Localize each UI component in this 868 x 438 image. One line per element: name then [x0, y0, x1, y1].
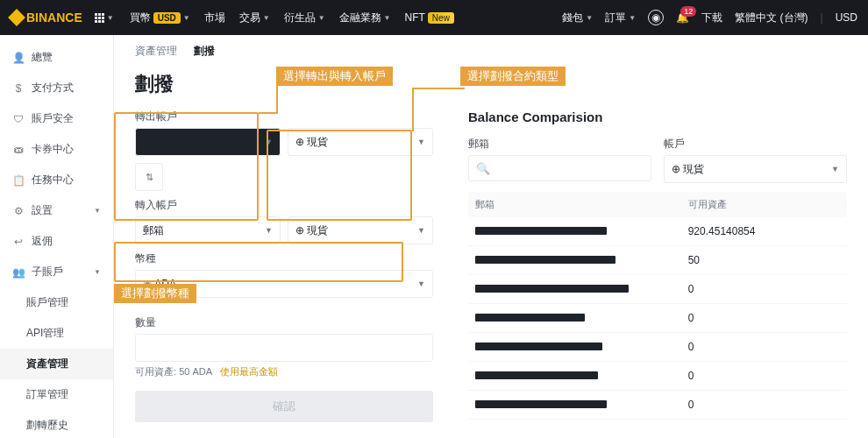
coin-label: 幣種 [135, 251, 433, 266]
content: 資產管理 劃撥 劃撥 轉出帳戶 ▼ ⊕ 現貨▼ ⇅ 轉入帳戶 郵箱▼ ⊕ 現貨▼… [114, 35, 868, 438]
gear-icon: ⚙ [12, 205, 25, 217]
breadcrumb: 資產管理 劃撥 [135, 44, 847, 59]
sidebar-item-settings[interactable]: ⚙設置▼ [0, 195, 113, 226]
sidebar: 👤總覽 $支付方式 🛡賬戶安全 🎟卡券中心 📋任務中心 ⚙設置▼ ↩返佣 👥子賬… [0, 35, 114, 438]
nav-market[interactable]: 市場 [204, 11, 225, 25]
sidebar-item-security[interactable]: 🛡賬戶安全 [0, 103, 113, 134]
account-filter-select[interactable]: ⊕ 現貨▼ [664, 155, 847, 183]
to-account-select[interactable]: 郵箱▼ [135, 216, 281, 244]
filter-email-label: 郵箱 [468, 137, 651, 152]
redacted-email [475, 400, 607, 408]
chevron-down-icon: ▼ [107, 14, 114, 22]
to-label: 轉入帳戶 [135, 198, 433, 213]
table-body: 920.451408545000000 [468, 217, 847, 420]
notifications[interactable]: 🔔 12 [676, 11, 689, 24]
balance-panel: Balance Comparision 郵箱 🔍 帳戶 ⊕ 現貨▼ 郵箱 可用資… [468, 110, 847, 422]
nav-download[interactable]: 下載 [701, 11, 722, 25]
sidebar-item-subaccount[interactable]: 👥子賬戶▼ [0, 257, 113, 287]
th-asset: 可用資產 [688, 198, 840, 211]
nav-right: 錢包▼ 訂單▼ ◉ 🔔 12 下載 繁體中文 (台灣) | USD [562, 10, 857, 25]
table-row: 0 [468, 391, 847, 420]
nav-currency[interactable]: USD [836, 11, 857, 24]
use-max-link[interactable]: 使用最高金額 [220, 366, 278, 377]
from-label: 轉出帳戶 [135, 110, 433, 124]
nav-left: 買幣USD▼ 市場 交易▼ 衍生品▼ 金融業務▼ NFTNew [130, 11, 454, 25]
th-email: 郵箱 [475, 198, 688, 211]
redacted-email [475, 285, 629, 293]
clipboard-icon: 📋 [12, 174, 25, 187]
asset-value: 50 [688, 254, 840, 266]
sidebar-item-overview[interactable]: 👤總覽 [0, 42, 113, 73]
asset-value: 0 [688, 283, 840, 295]
email-search[interactable]: 🔍 [468, 155, 651, 181]
sidebar-item-referral[interactable]: ↩返佣 [0, 226, 113, 257]
spot-icon: ⊕ [295, 136, 304, 148]
nav-wallet[interactable]: 錢包▼ [562, 11, 593, 25]
nav-finance[interactable]: 金融業務▼ [339, 11, 391, 25]
nav-trade[interactable]: 交易▼ [239, 11, 270, 25]
breadcrumb-current: 劃撥 [194, 45, 215, 57]
usd-pill: USD [153, 12, 181, 24]
amount-input[interactable] [135, 334, 433, 362]
dollar-icon: $ [12, 82, 25, 95]
sidebar-sub-transfer-history[interactable]: 劃轉歷史 [0, 410, 113, 438]
redacted-email [475, 227, 607, 235]
page-title: 劃撥 [135, 71, 847, 97]
swap-button[interactable]: ⇅ [135, 163, 163, 191]
return-icon: ↩ [12, 236, 25, 248]
sidebar-item-payment[interactable]: $支付方式 [0, 73, 113, 103]
table-row: 0 [468, 333, 847, 362]
asset-value: 0 [688, 370, 840, 382]
ticket-icon: 🎟 [12, 144, 25, 156]
table-row: 0 [468, 275, 847, 304]
table-row: 50 [468, 246, 847, 275]
coin-select[interactable]: ◉ ADA▼ [135, 270, 433, 298]
nav-deriv[interactable]: 衍生品▼ [284, 11, 325, 25]
spot-icon: ⊕ [295, 224, 304, 237]
nav-orders[interactable]: 訂單▼ [605, 11, 636, 25]
binance-icon [8, 9, 25, 26]
redacted-email [475, 343, 602, 350]
users-icon: 👥 [12, 266, 25, 279]
table-head: 郵箱 可用資產 [468, 192, 847, 217]
grid-icon [95, 13, 104, 23]
table-row: 920.45140854 [468, 217, 847, 246]
table-row: 0 [468, 362, 847, 391]
new-pill: New [428, 12, 454, 24]
to-spot-select[interactable]: ⊕ 現貨▼ [288, 216, 433, 244]
email-search-input[interactable] [490, 162, 644, 174]
nav-nft[interactable]: NFTNew [405, 11, 454, 24]
table-row: 0 [468, 304, 847, 333]
nav-buy[interactable]: 買幣USD▼ [130, 11, 190, 25]
from-account-select[interactable]: ▼ [135, 128, 281, 156]
available-text: 可用資產: 50 ADA 使用最高金額 [135, 365, 433, 378]
sidebar-item-task[interactable]: 📋任務中心 [0, 165, 113, 195]
nav-lang[interactable]: 繁體中文 (台灣) [735, 11, 808, 25]
transfer-form: 轉出帳戶 ▼ ⊕ 現貨▼ ⇅ 轉入帳戶 郵箱▼ ⊕ 現貨▼ 幣種 ◉ ADA▼ … [135, 110, 433, 422]
topbar: BINANCE ▼ 買幣USD▼ 市場 交易▼ 衍生品▼ 金融業務▼ NFTNe… [0, 0, 868, 35]
balance-title: Balance Comparision [468, 110, 847, 124]
sidebar-sub-api-mgmt[interactable]: API管理 [0, 318, 113, 349]
apps-menu[interactable]: ▼ [95, 13, 114, 23]
user-icon: 👤 [12, 52, 25, 64]
notif-badge: 12 [680, 6, 696, 17]
confirm-button[interactable]: 確認 [135, 391, 433, 422]
asset-value: 0 [688, 312, 840, 324]
amount-label: 數量 [135, 315, 433, 330]
search-icon: 🔍 [476, 162, 490, 175]
shield-icon: 🛡 [12, 113, 25, 125]
spot-icon: ⊕ [672, 163, 680, 175]
sidebar-item-coupon[interactable]: 🎟卡券中心 [0, 134, 113, 165]
sidebar-sub-order-mgmt[interactable]: 訂單管理 [0, 379, 113, 410]
redacted-email [475, 371, 598, 379]
breadcrumb-parent[interactable]: 資產管理 [135, 45, 177, 57]
asset-value: 0 [688, 341, 840, 353]
brand-logo[interactable]: BINANCE [11, 11, 82, 25]
redacted-email [475, 314, 585, 321]
redacted-email [475, 256, 615, 264]
filter-account-label: 帳戶 [664, 137, 847, 152]
avatar-icon[interactable]: ◉ [648, 10, 664, 25]
from-spot-select[interactable]: ⊕ 現貨▼ [288, 128, 433, 156]
sidebar-sub-account-mgmt[interactable]: 賬戶管理 [0, 287, 113, 318]
sidebar-sub-asset-mgmt[interactable]: 資產管理 [0, 349, 113, 379]
